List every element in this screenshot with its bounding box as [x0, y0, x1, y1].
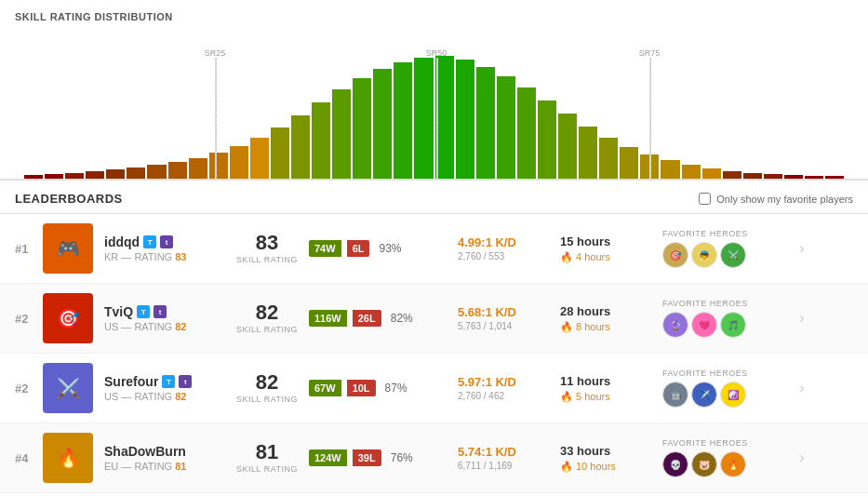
hero-avatar: ☯️: [720, 382, 746, 408]
hero-avatars: 🔮💗🎵: [662, 312, 793, 338]
total-time: 28 hours: [560, 304, 662, 318]
twitch-icon[interactable]: t: [179, 375, 192, 388]
chart-bar: [394, 62, 412, 179]
expand-arrow[interactable]: ›: [793, 380, 811, 396]
chart-bar: [579, 127, 597, 179]
twitter-icon[interactable]: T: [137, 305, 150, 318]
skill-rating-number: 82: [225, 302, 309, 323]
heroes-block: FAVORITE HEROES 🎯👼⚔️: [662, 229, 793, 268]
hero-avatars: 🤖✈️☯️: [662, 382, 793, 408]
hero-avatar: 👼: [691, 242, 717, 268]
wins-bar: 74W: [309, 240, 341, 257]
heroes-label: FAVORITE HEROES: [662, 438, 793, 448]
chart-bar: [784, 175, 803, 179]
chart-bar: [620, 147, 638, 179]
chart-bar: [332, 89, 351, 179]
kd-block: 4.99:1 K/D 2,760 / 553: [458, 235, 560, 261]
twitter-icon[interactable]: T: [162, 375, 175, 388]
chart-bar: [456, 60, 474, 179]
time-block: 15 hours 🔥 4 hours: [560, 235, 662, 263]
chart-bar: [291, 115, 310, 179]
skill-rating-label: SKILL RATING: [225, 464, 309, 474]
expand-arrow[interactable]: ›: [793, 310, 811, 327]
chart-bar: [538, 101, 556, 179]
skill-rating-label: SKILL RATING: [225, 325, 309, 334]
chart-bar: [106, 169, 125, 179]
twitch-icon[interactable]: t: [154, 305, 167, 318]
player-name: ShaDowBurn: [104, 444, 225, 459]
fire-time: 🔥 4 hours: [560, 251, 662, 263]
fire-time: 🔥 10 hours: [560, 461, 662, 473]
kd-detail: 2,760 / 553: [458, 251, 560, 261]
player-region: KR — RATING 83: [104, 251, 225, 262]
chart-bar: [825, 176, 844, 179]
favorite-checkbox[interactable]: [699, 193, 711, 205]
kd-ratio: 5.74:1 K/D: [458, 445, 560, 459]
fire-icon: 🔥: [560, 461, 573, 473]
kd-block: 5.74:1 K/D 6,711 / 1,169: [458, 445, 560, 471]
losses-bar: 6L: [347, 240, 370, 257]
sr75-label: SR75: [639, 48, 661, 58]
favorite-filter[interactable]: Only show my favorite players: [699, 193, 853, 205]
kd-detail: 6,711 / 1,169: [458, 461, 560, 471]
win-loss-block: 67W10L 87%: [309, 380, 458, 396]
player-row: #2 🎯 TviQ T t US — RATING 82 82 SKILL RA…: [0, 284, 868, 354]
chart-bar: [209, 153, 228, 179]
skill-rating-block: 83 SKILL RATING: [225, 233, 309, 264]
chart-bar: [86, 171, 104, 179]
chart-title: SKILL RATING DISTRIBUTION: [15, 11, 853, 22]
player-info: ShaDowBurn EU — RATING 81: [104, 444, 225, 472]
chart-bar: [702, 168, 721, 179]
hero-avatars: 🎯👼⚔️: [662, 242, 793, 268]
chart-bar: [353, 78, 371, 179]
sr25-label: SR25: [205, 48, 226, 58]
hero-avatar: 🐷: [691, 451, 717, 477]
skill-rating-label: SKILL RATING: [225, 395, 309, 404]
twitter-icon[interactable]: T: [143, 235, 156, 248]
kd-ratio: 4.99:1 K/D: [458, 235, 560, 249]
win-loss-block: 124W39L 76%: [309, 449, 458, 466]
player-name: TviQ T t: [104, 304, 225, 319]
time-block: 11 hours 🔥 5 hours: [560, 374, 662, 403]
skill-rating-number: 83: [225, 233, 309, 253]
hero-avatar: 🎯: [662, 242, 688, 268]
skill-rating-number: 81: [225, 442, 309, 462]
fire-time: 🔥 5 hours: [560, 391, 662, 403]
chart-bar: [599, 138, 618, 179]
player-avatar: 🔥: [43, 433, 93, 483]
total-time: 15 hours: [560, 235, 662, 248]
chart-bar: [558, 114, 577, 179]
expand-arrow[interactable]: ›: [793, 240, 811, 257]
time-block: 28 hours 🔥 8 hours: [560, 304, 662, 333]
expand-arrow[interactable]: ›: [793, 449, 811, 466]
chart-bar: [24, 175, 43, 179]
hero-avatar: 🤖: [662, 382, 688, 408]
win-percentage: 93%: [379, 242, 401, 255]
chart-bar: [147, 165, 166, 179]
skill-rating-block: 82 SKILL RATING: [225, 372, 309, 404]
heroes-block: FAVORITE HEROES 🤖✈️☯️: [662, 369, 793, 408]
heroes-block: FAVORITE HEROES 🔮💗🎵: [662, 299, 793, 338]
win-percentage: 87%: [385, 382, 407, 395]
wins-bar: 124W: [309, 449, 347, 466]
chart-bar: [743, 173, 762, 179]
fire-icon: 🔥: [560, 251, 573, 263]
player-avatar: 🎯: [43, 293, 93, 343]
chart-bar: [189, 158, 207, 179]
kd-ratio: 5.68:1 K/D: [458, 305, 560, 319]
chart-bar: [45, 174, 63, 179]
hero-avatar: 🎵: [720, 312, 746, 338]
chart-area: SR25 SR50 SR75: [24, 48, 844, 179]
twitch-icon[interactable]: t: [160, 235, 173, 248]
kd-ratio: 5.97:1 K/D: [458, 375, 560, 389]
chart-bar: [723, 171, 741, 179]
skill-rating-number: 82: [225, 372, 309, 393]
chart-bar: [476, 67, 495, 179]
player-name: Surefour T t: [104, 374, 225, 389]
chart-section: SKILL RATING DISTRIBUTION SR25 SR50 SR75: [0, 0, 868, 181]
player-row: #4 🔥 ShaDowBurn EU — RATING 81 81 SKILL …: [0, 423, 868, 493]
hero-avatar: 💀: [662, 451, 688, 477]
favorite-filter-label: Only show my favorite players: [716, 194, 853, 205]
player-region: US — RATING 82: [104, 321, 225, 332]
fire-icon: 🔥: [560, 321, 573, 333]
